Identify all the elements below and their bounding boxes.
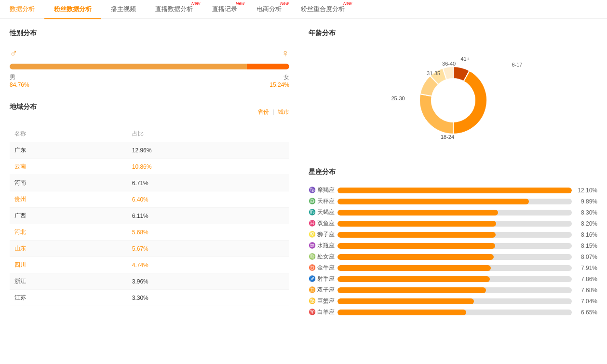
zodiac-bar-bg — [337, 254, 572, 260]
new-badge-ecommerce: New — [280, 1, 289, 6]
tab-streamer-video[interactable]: 播主视频 — [101, 0, 146, 18]
zodiac-pct: 9.89% — [576, 198, 597, 205]
zodiac-bar-fill — [337, 265, 491, 271]
region-pct-cell: 10.86% — [127, 159, 289, 175]
table-row: 浙江3.96% — [10, 273, 289, 290]
region-pct-cell: 5.67% — [127, 241, 289, 257]
list-item: ♌ 狮子座8.16% — [309, 230, 597, 239]
region-name-cell: 云南 — [10, 159, 127, 175]
list-item: ♒ 水瓶座8.15% — [309, 242, 597, 250]
region-pct-cell: 6.40% — [127, 191, 289, 208]
region-name-cell: 山东 — [10, 241, 127, 257]
tab-ecommerce[interactable]: 电商分析 New — [247, 0, 291, 18]
zodiac-name: ♍ 处女座 — [309, 253, 337, 261]
zodiac-bar-fill — [337, 276, 490, 282]
zodiac-bar-fill — [337, 210, 498, 216]
tab-fans-overlap[interactable]: 粉丝重合度分析 New — [291, 0, 354, 18]
zodiac-bar-bg — [337, 298, 572, 304]
zodiac-name: ♓ 双鱼座 — [309, 219, 337, 228]
region-name-cell: 江苏 — [10, 290, 127, 306]
link-separator: | — [273, 108, 276, 115]
list-item: ♑ 摩羯座12.10% — [309, 186, 597, 194]
tab-live-record[interactable]: 直播记录 New — [202, 0, 247, 18]
tab-data-analysis[interactable]: 数据分析 — [0, 0, 44, 18]
zodiac-pct: 7.86% — [576, 276, 597, 283]
region-pct-cell: 6.71% — [127, 175, 289, 191]
region-name-cell: 广西 — [10, 208, 127, 224]
donut-container: 41+ 36-40 31-35 25-30 18-24 6-17 — [309, 47, 597, 153]
zodiac-bar-fill — [337, 254, 494, 260]
region-table: 名称 占比 广东12.96%云南10.86%河南6.71%贵州6.40%广西6.… — [10, 126, 289, 306]
list-item: ♉ 金牛座7.91% — [309, 264, 597, 272]
zodiac-bar-fill — [337, 188, 572, 193]
female-pct: 15.24% — [270, 81, 289, 88]
tab-fans-analysis[interactable]: 粉丝数据分析 — [44, 0, 101, 19]
region-section: 地域分布 省份 | 城市 名称 占比 广东12.96%云南10.86%河南6.7… — [10, 103, 289, 306]
region-pct-cell: 3.30% — [127, 290, 289, 306]
gender-section: 性别分布 ♂ ♀ 男 84.76% 女 15.24% — [10, 29, 289, 88]
city-link[interactable]: 城市 — [278, 108, 289, 115]
zodiac-bar-fill — [337, 232, 496, 238]
region-header: 地域分布 省份 | 城市 — [10, 103, 289, 121]
col-pct-header: 占比 — [127, 126, 289, 142]
female-icon: ♀ — [282, 47, 290, 60]
new-badge-live-data: New — [191, 1, 200, 6]
gender-title: 性别分布 — [10, 29, 289, 38]
zodiac-name: ♏ 天蝎座 — [309, 208, 337, 216]
region-name-cell: 河北 — [10, 224, 127, 241]
list-item: ♈ 白羊座6.65% — [309, 308, 597, 316]
table-row: 广东12.96% — [10, 142, 289, 159]
zodiac-pct: 12.10% — [576, 187, 597, 194]
age-donut-chart — [405, 52, 501, 148]
zodiac-bar-bg — [337, 276, 572, 282]
zodiac-bar-bg — [337, 287, 572, 293]
male-label: 男 — [10, 73, 29, 81]
gender-icons: ♂ ♀ — [10, 47, 289, 60]
gender-bar-male — [10, 64, 247, 69]
zodiac-name: ♑ 摩羯座 — [309, 186, 337, 194]
zodiac-bar-fill — [337, 310, 466, 315]
zodiac-bar-bg — [337, 199, 572, 204]
region-name-cell: 浙江 — [10, 273, 127, 290]
region-pct-cell: 5.68% — [127, 224, 289, 241]
region-pct-cell: 3.96% — [127, 273, 289, 290]
zodiac-name: ♎ 天秤座 — [309, 197, 337, 205]
region-name-cell: 贵州 — [10, 191, 127, 208]
tab-live-data[interactable]: 直播数据分析 New — [146, 0, 202, 18]
zodiac-pct: 7.68% — [576, 287, 597, 294]
zodiac-title: 星座分布 — [309, 168, 597, 176]
table-row: 四川4.74% — [10, 257, 289, 273]
zodiac-name: ♊ 双子座 — [309, 286, 337, 294]
list-item: ♓ 双鱼座8.20% — [309, 219, 597, 228]
zodiac-bar-bg — [337, 310, 572, 315]
table-row: 广西6.11% — [10, 208, 289, 224]
table-row: 河南6.71% — [10, 175, 289, 191]
zodiac-bar-bg — [337, 221, 572, 227]
age-section: 年龄分布 41+ 36-40 31-35 25-30 18-24 6-17 — [309, 29, 597, 153]
zodiac-bar-fill — [337, 221, 496, 227]
right-panel: 年龄分布 41+ 36-40 31-35 25-30 18-24 6-17 星座… — [299, 29, 607, 319]
male-label-group: 男 84.76% — [10, 73, 29, 88]
zodiac-section: 星座分布 ♑ 摩羯座12.10%♎ 天秤座9.89%♏ 天蝎座8.30%♓ 双鱼… — [309, 168, 597, 316]
region-name-cell: 河南 — [10, 175, 127, 191]
province-link[interactable]: 省份 — [257, 108, 269, 115]
female-label-group: 女 15.24% — [270, 73, 289, 88]
zodiac-pct: 8.15% — [576, 243, 597, 249]
zodiac-pct: 6.65% — [576, 309, 597, 316]
zodiac-bar-bg — [337, 232, 572, 238]
zodiac-name: ♌ 狮子座 — [309, 230, 337, 239]
region-pct-cell: 12.96% — [127, 142, 289, 159]
region-pct-cell: 6.11% — [127, 208, 289, 224]
zodiac-bar-bg — [337, 265, 572, 271]
gender-bar — [10, 64, 289, 69]
male-icon: ♂ — [10, 47, 18, 60]
zodiac-pct: 8.20% — [576, 220, 597, 227]
zodiac-name: ♐ 射手座 — [309, 275, 337, 283]
age-title: 年龄分布 — [309, 29, 597, 38]
zodiac-name: ♋ 巨蟹座 — [309, 297, 337, 305]
zodiac-bar-fill — [337, 199, 529, 204]
zodiac-bar-fill — [337, 298, 474, 304]
list-item: ♐ 射手座7.86% — [309, 275, 597, 283]
zodiac-bar-bg — [337, 210, 572, 216]
zodiac-pct: 7.04% — [576, 298, 597, 305]
